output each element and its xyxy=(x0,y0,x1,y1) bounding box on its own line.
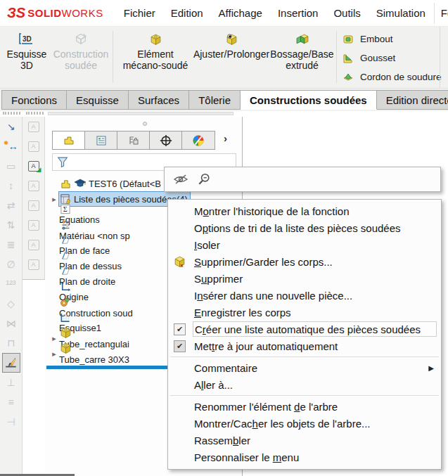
context-menu-item-aller[interactable]: Aller à... xyxy=(168,376,441,393)
expand-arrow-icon[interactable]: ▸ xyxy=(49,334,59,343)
displaymanager-tab-icon[interactable] xyxy=(182,131,215,149)
dimxpertmanager-tab-icon[interactable] xyxy=(150,131,182,149)
menubar-separator xyxy=(434,3,435,24)
context-menu-item-montrer-cacher-les-objets-de-l-arbre[interactable]: Montrer/Cacher les objets de l'arbre... xyxy=(168,415,441,432)
datum-feature-icon[interactable]: ⊓ xyxy=(2,333,20,353)
context-menu-item-montrer-l-historique-de-la-fonction[interactable]: Montrer l'historique de la fonction xyxy=(168,202,441,219)
context-menu-item-ins-rer-dans-une-nouvelle-pi-ce[interactable]: Insérer dans une nouvelle pièce... xyxy=(168,287,441,304)
graduation-cap-icon xyxy=(74,179,87,188)
panel-expand-chevron[interactable]: › xyxy=(224,132,227,144)
context-menu-item-supprimer-garder-les-corps[interactable]: xSupprimer/Garder les corps... xyxy=(168,253,441,270)
path-dimension-icon[interactable]: ◇ xyxy=(2,294,20,314)
menu-item-fichier[interactable]: Fichier xyxy=(116,3,163,23)
gusset-icon xyxy=(340,53,356,64)
ribbon-button-elment[interactable]: Elémentmécano-soudé xyxy=(117,30,194,85)
ribbon-button-esquisse[interactable]: 3DEsquisse3D xyxy=(6,30,48,85)
menu-item-fentre[interactable]: Fenêtre xyxy=(433,3,448,23)
menu-item-outils[interactable]: Outils xyxy=(326,3,368,23)
expand-arrow-icon[interactable]: ▸ xyxy=(49,195,59,204)
equations-icon: Σ xyxy=(59,204,72,214)
context-menu-item-renommer-l-l-ment-de-l-arbre[interactable]: Renommer l'élément de l'arbre xyxy=(168,398,441,415)
command-manager-tabs: FonctionsEsquisseSurfacesTôlerieConstruc… xyxy=(0,89,448,111)
edit-annotation-icon[interactable]: A xyxy=(25,136,43,156)
context-menu-item-mettre-jour-automatiquement[interactable]: ✔Mettre à jour automatiquement xyxy=(168,337,441,354)
checkbox-checked-icon[interactable]: ✔ xyxy=(170,323,189,335)
menu-items: FichierEditionAffichageInsertionOutilsSi… xyxy=(116,3,448,23)
origin-icon xyxy=(59,281,72,292)
tab-surfaces[interactable]: Surfaces xyxy=(129,90,189,110)
menu-item-insertion[interactable]: Insertion xyxy=(270,3,326,23)
ribbon-button-ajusterprolonger[interactable]: ✱Ajuster/Prolonger xyxy=(194,30,269,85)
toolbar-grip[interactable] xyxy=(26,112,44,115)
linked-note-icon[interactable]: A xyxy=(25,195,43,215)
weld-symbol-icon[interactable] xyxy=(2,353,20,373)
toolbar-grip[interactable] xyxy=(3,112,20,115)
solidworks-window: ЗS SOLIDWORKS FichierEditionAffichageIns… xyxy=(0,0,448,476)
ribbon-button-bossagebase[interactable]: Bossage/Baseextrudé xyxy=(269,30,335,85)
ribbon-group-separator xyxy=(113,31,113,83)
solidworks-logo-mark: ЗS xyxy=(7,5,25,21)
revision-symbol-icon[interactable]: A xyxy=(25,255,43,274)
baseline-dimension-icon[interactable]: ↕ xyxy=(2,176,20,195)
add-note-icon[interactable]: A xyxy=(25,176,43,195)
checkbox-checked-icon[interactable]: ✔ xyxy=(170,340,189,352)
horizontal-dimension-icon[interactable]: ✱↔ xyxy=(2,136,20,156)
menu-item-label: Enregistrer les corps xyxy=(193,304,437,320)
featuremanager-tab-icon[interactable] xyxy=(53,131,85,149)
chamfer-dimension-icon[interactable]: ≣ xyxy=(2,235,20,255)
hole-callout-icon[interactable]: ∅ xyxy=(2,255,20,274)
solid-body-icon xyxy=(59,342,72,354)
ordinate-dimension-icon[interactable]: ⇄ xyxy=(2,195,20,215)
menu-item-label: Aller à... xyxy=(193,377,437,392)
note-icon[interactable]: A xyxy=(25,117,43,136)
ribbon-toolbar: 3DEsquisse3DConstructionsoudéeElémentméc… xyxy=(0,27,448,89)
ribbon-button-label: Elément xyxy=(137,49,173,60)
smart-dimension-icon[interactable]: ↘ xyxy=(2,117,20,136)
weldment-feature-icon xyxy=(59,297,72,308)
menu-item-label: Supprimer xyxy=(193,271,437,286)
equal-constraint-icon[interactable]: ≡ xyxy=(2,392,20,412)
menu-item-simulation[interactable]: Simulation xyxy=(369,3,433,23)
auto-dimension-icon[interactable]: ¹²³ xyxy=(2,274,20,294)
menu-item-affichage[interactable]: Affichage xyxy=(211,3,270,23)
context-menu-item-rassembler[interactable]: Rassembler xyxy=(168,432,441,449)
tab-constructionssoudes[interactable]: Constructions soudées xyxy=(241,90,377,110)
tab-tlerie[interactable]: Tôlerie xyxy=(189,90,241,110)
hide-show-icon[interactable] xyxy=(173,173,188,186)
context-menu-item-cr-er-une-liste-automatique-des-pi-ces-soud-es[interactable]: ✔Créer une liste automatique des pièces … xyxy=(168,321,441,337)
note-leader-icon[interactable]: A◢ xyxy=(25,156,43,176)
angular-dimension-icon[interactable]: ⋈ xyxy=(2,314,20,333)
datum-target-icon[interactable]: ⊥ xyxy=(2,373,20,392)
tab-editiondirecte[interactable]: Edition directe xyxy=(377,90,448,110)
ribbon-button-embout[interactable]: Embout xyxy=(340,30,442,49)
menu-item-label: Rassembler xyxy=(193,432,437,448)
ribbon-button-label: soudée xyxy=(65,60,97,71)
ribbon-button-gousset[interactable]: Gousset xyxy=(340,49,442,67)
copy-format-icon[interactable]: A xyxy=(25,215,43,235)
ribbon-button-label: Gousset xyxy=(360,53,395,63)
context-menu-item-enregistrer-les-corps[interactable]: Enregistrer les corps xyxy=(168,304,441,321)
hatch-pattern-icon[interactable]: A xyxy=(25,235,43,255)
configurationmanager-tab-icon[interactable] xyxy=(117,131,150,149)
horizontal-ordinate-icon[interactable]: ⇅ xyxy=(2,215,20,235)
tab-esquisse[interactable]: Esquisse xyxy=(67,90,129,110)
expand-arrow-icon[interactable]: ▸ xyxy=(49,349,59,359)
panel-scrollbar[interactable] xyxy=(48,112,233,115)
propertymanager-tab-icon[interactable] xyxy=(85,131,117,149)
dimension-toolbar: ↘✱↔▭↕⇄⇅≣∅¹²³◇⋈⊓⊥≡⊣ xyxy=(0,117,23,476)
dimension-palette-icon[interactable]: ⊣ xyxy=(2,412,20,432)
ribbon-button-label: extrudé xyxy=(286,60,319,71)
ribbon-button-label: Esquisse xyxy=(7,49,47,60)
vertical-dimension-icon[interactable]: ▭ xyxy=(2,156,20,176)
context-menu-item-supprimer[interactable]: Supprimer xyxy=(168,270,441,287)
context-menu-item-commentaire[interactable]: Commentaire▶ xyxy=(168,359,441,376)
context-menu-item-isoler[interactable]: Isoler xyxy=(168,236,441,253)
context-menu-item-options-de-tri-de-la-liste-des-pi-ces-soud-es[interactable]: Options de tri de la liste des pièces so… xyxy=(168,219,441,236)
tab-fonctions[interactable]: Fonctions xyxy=(1,90,67,110)
context-menu-item-personnaliser-le-menu[interactable]: Personnaliser le menu xyxy=(168,449,441,465)
menu-item-edition[interactable]: Edition xyxy=(163,3,211,23)
zoom-to-selection-icon[interactable] xyxy=(197,172,211,186)
panel-resize-handle[interactable] xyxy=(143,122,147,126)
ribbon-button-cordondesoudure[interactable]: Cordon de soudure xyxy=(340,67,442,86)
solid-body-icon xyxy=(59,327,72,339)
